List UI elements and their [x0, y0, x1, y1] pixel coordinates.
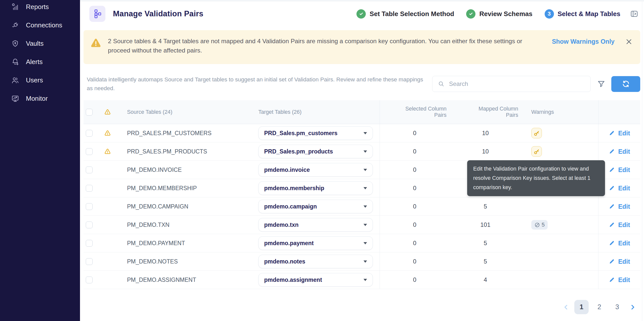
- pencil-icon: [609, 130, 615, 136]
- table-header-row: Source Tables (24) Target Tables (26) Se…: [84, 100, 640, 124]
- column-header-target-tables[interactable]: Target Tables (26): [258, 100, 380, 124]
- selected-column-pairs-value: 0: [413, 221, 416, 228]
- sidebar: Reports Connections Vaults Alerts Users …: [0, 0, 80, 321]
- pencil-icon: [609, 148, 615, 155]
- pencil-icon: [609, 203, 615, 210]
- column-header-actions: [598, 100, 640, 124]
- step-label: Review Schemas: [479, 10, 532, 18]
- show-warnings-only-link[interactable]: Show Warnings Only: [552, 38, 615, 45]
- table-row: PM_DEMO.PAYMENT pmdemo.payment 0 5 Edit: [84, 234, 640, 252]
- previous-page-icon[interactable]: [561, 303, 571, 311]
- filter-icon[interactable]: [597, 80, 605, 88]
- excluded-columns-count: 5: [542, 222, 545, 228]
- row-checkbox[interactable]: [86, 258, 93, 265]
- source-table-name: PM_DEMO.TXN: [127, 222, 170, 228]
- edit-button[interactable]: Edit: [609, 166, 630, 174]
- row-checkbox[interactable]: [86, 240, 93, 247]
- sidebar-item-label: Vaults: [26, 40, 44, 47]
- table-row: PRD_SALES.PM_CUSTOMERS PRD_Sales.pm_cust…: [84, 124, 640, 142]
- sidebar-item-alerts[interactable]: Alerts: [0, 53, 80, 71]
- page-button-3[interactable]: 3: [610, 300, 624, 314]
- row-checkbox[interactable]: [86, 167, 93, 173]
- comparison-key-warning-badge[interactable]: [531, 128, 542, 138]
- mapped-column-pairs-value: 101: [480, 221, 490, 228]
- step-label: Set Table Selection Method: [370, 10, 454, 18]
- step-review-schemas[interactable]: Review Schemas: [466, 9, 532, 19]
- column-header-source-tables[interactable]: Source Tables (24): [116, 100, 258, 124]
- target-table-dropdown[interactable]: PRD_Sales.pm_products: [258, 145, 373, 158]
- search-icon: [438, 80, 445, 87]
- mapped-column-pairs-value: 5: [484, 203, 487, 210]
- selected-column-pairs-value: 0: [413, 240, 416, 247]
- select-all-checkbox[interactable]: [86, 109, 93, 116]
- sidebar-item-connections[interactable]: Connections: [0, 16, 80, 34]
- edit-button[interactable]: Edit: [609, 130, 630, 137]
- row-checkbox[interactable]: [86, 203, 93, 210]
- target-table-dropdown[interactable]: pmdemo.payment: [258, 236, 373, 250]
- sidebar-item-label: Monitor: [26, 95, 48, 102]
- edit-button[interactable]: Edit: [609, 240, 630, 247]
- selected-column-pairs-value: 0: [413, 203, 416, 210]
- edit-button-label: Edit: [618, 148, 630, 155]
- chevron-down-icon: [364, 242, 367, 244]
- target-table-dropdown[interactable]: pmdemo.membership: [258, 181, 373, 195]
- table-row: PM_DEMO.NOTES pmdemo.notes 0 5 Edit: [84, 252, 640, 271]
- chevron-down-icon: [364, 132, 367, 134]
- target-table-selected-value: pmdemo.notes: [264, 258, 364, 265]
- panel-toggle-icon[interactable]: [630, 10, 638, 18]
- target-table-dropdown[interactable]: pmdemo.invoice: [258, 163, 373, 177]
- step-set-table-selection-method[interactable]: Set Table Selection Method: [356, 9, 454, 19]
- column-header-selected-column-pairs[interactable]: Selected Column Pairs: [380, 100, 450, 124]
- table-row: PRD_SALES.PM_PRODUCTS PRD_Sales.pm_produ…: [84, 142, 640, 161]
- source-table-name: PM_DEMO.ASSIGNMENT: [127, 277, 196, 283]
- next-page-icon[interactable]: [628, 303, 637, 311]
- selected-column-pairs-value: 0: [413, 148, 416, 155]
- page-button-2[interactable]: 2: [592, 300, 607, 314]
- edit-button[interactable]: Edit: [609, 185, 630, 192]
- pencil-icon: [609, 185, 615, 191]
- validation-pairs-icon: [89, 6, 105, 22]
- sidebar-item-users[interactable]: Users: [0, 71, 80, 89]
- refresh-button[interactable]: [611, 76, 640, 92]
- wizard-stepper: Set Table Selection Method Review Schema…: [356, 9, 620, 19]
- edit-button[interactable]: Edit: [609, 203, 630, 210]
- sidebar-item-reports[interactable]: Reports: [0, 0, 80, 16]
- column-header-mapped-column-pairs[interactable]: Mapped Column Pairs: [450, 100, 521, 124]
- mapped-column-pairs-value: 10: [482, 130, 489, 137]
- page-title: Manage Validation Pairs: [113, 9, 204, 18]
- column-header-warnings[interactable]: Warnings: [521, 100, 598, 124]
- edit-button[interactable]: Edit: [609, 258, 630, 265]
- step-select-map-tables[interactable]: 3 Select & Map Tables: [545, 9, 621, 19]
- page-button-1[interactable]: 1: [574, 300, 589, 314]
- target-table-selected-value: pmdemo.membership: [264, 185, 364, 192]
- target-table-dropdown[interactable]: pmdemo.campaign: [258, 200, 373, 213]
- edit-button[interactable]: Edit: [609, 276, 630, 284]
- row-checkbox[interactable]: [86, 222, 93, 228]
- selected-column-pairs-value: 0: [413, 258, 416, 265]
- sidebar-item-monitor[interactable]: Monitor: [0, 89, 80, 108]
- edit-button-label: Edit: [618, 240, 630, 247]
- main-content: Manage Validation Pairs Set Table Select…: [80, 0, 644, 321]
- target-table-selected-value: PRD_Sales.pm_customers: [264, 130, 364, 137]
- source-table-name: PM_DEMO.MEMBERSHIP: [127, 185, 197, 192]
- target-table-dropdown[interactable]: pmdemo.notes: [258, 255, 373, 268]
- search-input[interactable]: [449, 80, 585, 87]
- row-checkbox[interactable]: [86, 185, 93, 192]
- row-checkbox[interactable]: [86, 148, 93, 155]
- chevron-down-icon: [364, 187, 367, 189]
- reports-icon: [11, 3, 19, 11]
- source-table-name: PM_DEMO.INVOICE: [127, 167, 182, 173]
- close-icon[interactable]: [625, 38, 633, 45]
- edit-button[interactable]: Edit: [609, 148, 630, 155]
- edit-button[interactable]: Edit: [609, 221, 630, 229]
- target-table-dropdown[interactable]: PRD_Sales.pm_customers: [258, 126, 373, 140]
- sidebar-item-vaults[interactable]: Vaults: [0, 34, 80, 53]
- target-table-dropdown[interactable]: pmdemo.assignment: [258, 273, 373, 287]
- key-icon: [534, 148, 540, 155]
- target-table-selected-value: PRD_Sales.pm_products: [264, 148, 364, 155]
- row-checkbox[interactable]: [86, 130, 93, 137]
- target-table-dropdown[interactable]: pmdemo.txn: [258, 218, 373, 232]
- chevron-down-icon: [364, 205, 367, 208]
- comparison-key-warning-badge[interactable]: [531, 146, 542, 157]
- row-checkbox[interactable]: [86, 277, 93, 283]
